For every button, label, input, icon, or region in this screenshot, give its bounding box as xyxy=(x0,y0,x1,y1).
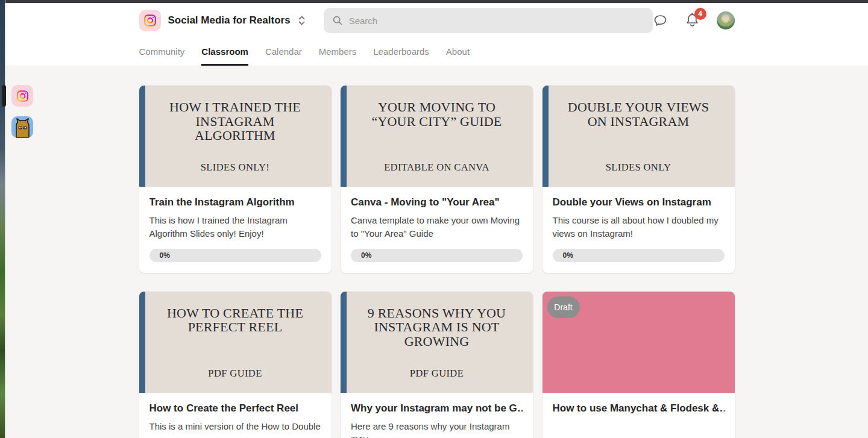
course-title: How to Create the Perfect Reel xyxy=(149,402,321,415)
draft-badge: Draft xyxy=(547,296,580,318)
course-cover: 9 REASONS WHY YOU INSTAGRAM IS NOT GROWI… xyxy=(341,292,533,393)
course-description: This is how I trained the Instagram Algo… xyxy=(149,214,321,240)
course-title: Double your Views on Instagram xyxy=(553,196,725,208)
course-description: This course is all about how I doubled m… xyxy=(553,214,725,240)
cover-subheading: SLIDES ONLY! xyxy=(139,161,332,174)
course-card[interactable]: 9 REASONS WHY YOU INSTAGRAM IS NOT GROWI… xyxy=(341,292,533,438)
course-description: This is a mini version of the How to Dou… xyxy=(149,420,321,433)
cover-subheading: SLIDES ONLY xyxy=(542,161,735,174)
cover-heading: YOUR MOVING TO “YOUR CITY” GUIDE xyxy=(341,86,533,128)
course-title: Train the Instagram Algorithm xyxy=(149,196,321,208)
course-cover: YOUR MOVING TO “YOUR CITY” GUIDE EDITABL… xyxy=(341,86,533,187)
progress-label: 0% xyxy=(149,251,170,260)
instagram-logo-icon xyxy=(143,14,157,27)
notifications-button[interactable]: 4 xyxy=(685,13,700,28)
progress-label: 0% xyxy=(351,251,371,260)
search-icon xyxy=(332,15,343,26)
progress-bar: 0% xyxy=(351,249,523,262)
cover-heading: HOW I TRAINED THE INSTAGRAM ALGORITHM xyxy=(139,86,332,143)
course-cover: Draft xyxy=(542,292,735,393)
course-card[interactable]: HOW I TRAINED THE INSTAGRAM ALGORITHM SL… xyxy=(139,86,332,273)
tab-about[interactable]: About xyxy=(446,38,470,66)
cover-heading: 9 REASONS WHY YOU INSTAGRAM IS NOT GROWI… xyxy=(341,292,533,349)
search-bar[interactable] xyxy=(324,8,653,33)
course-title: Why your Instagram may not be G… xyxy=(351,402,523,415)
cover-subheading: EDITABLE ON CANVA xyxy=(341,161,533,174)
community-rail xyxy=(11,85,33,138)
messages-button[interactable] xyxy=(653,13,668,28)
tab-leaderboards[interactable]: Leaderboards xyxy=(373,38,429,66)
course-card[interactable]: YOUR MOVING TO “YOUR CITY” GUIDE EDITABL… xyxy=(341,86,533,273)
community-switcher-caret-icon[interactable] xyxy=(298,14,306,27)
progress-label: 0% xyxy=(553,251,573,260)
user-avatar[interactable] xyxy=(717,11,735,30)
search-input[interactable] xyxy=(349,16,644,26)
main-content: HOW I TRAINED THE INSTAGRAM ALGORITHM SL… xyxy=(5,66,868,438)
app-window: Social Media for Realtors xyxy=(5,0,868,438)
tab-community[interactable]: Community xyxy=(139,38,185,66)
tab-classroom[interactable]: Classroom xyxy=(201,38,248,66)
sidebar-item-cat-community[interactable] xyxy=(11,116,33,138)
tab-calendar[interactable]: Calendar xyxy=(265,38,302,66)
community-logo[interactable] xyxy=(139,10,161,31)
course-cover: DOUBLE YOUR VIEWS ON INSTAGRAM SLIDES ON… xyxy=(542,86,735,187)
course-cover: HOW I TRAINED THE INSTAGRAM ALGORITHM SL… xyxy=(139,86,332,187)
course-title: Canva - Moving to "Your Area" xyxy=(351,196,523,208)
sidebar-item-instagram-community[interactable] xyxy=(11,85,33,107)
instagram-icon xyxy=(16,90,29,102)
course-card[interactable]: DOUBLE YOUR VIEWS ON INSTAGRAM SLIDES ON… xyxy=(542,86,735,273)
cover-heading: HOW TO CREATE THE PERFECT REEL xyxy=(139,292,332,334)
course-title: How to use Manychat & Flodesk &… xyxy=(553,402,725,415)
chat-bubble-icon xyxy=(653,13,668,28)
community-name: Social Media for Realtors xyxy=(168,14,291,27)
course-grid: HOW I TRAINED THE INSTAGRAM ALGORITHM SL… xyxy=(139,66,735,438)
course-description: Canva template to make your own Moving t… xyxy=(351,214,523,240)
tab-members[interactable]: Members xyxy=(319,38,357,66)
nav-tabs: Community Classroom Calendar Members Lea… xyxy=(139,38,735,66)
course-description: Here are 9 reasons why your Instagram ma… xyxy=(351,420,523,438)
active-community-indicator xyxy=(2,85,6,107)
header: Social Media for Realtors xyxy=(5,3,868,66)
course-cover: HOW TO CREATE THE PERFECT REEL PDF GUIDE xyxy=(139,292,332,393)
topbar: Social Media for Realtors xyxy=(139,3,735,38)
notification-count-badge: 4 xyxy=(694,8,706,20)
desktop-background-sliver xyxy=(0,0,5,438)
cat-icon xyxy=(11,116,33,138)
cover-subheading: PDF GUIDE xyxy=(139,368,332,380)
course-card[interactable]: Draft How to use Manychat & Flodesk &… xyxy=(542,292,735,438)
course-card[interactable]: HOW TO CREATE THE PERFECT REEL PDF GUIDE… xyxy=(139,292,332,438)
cover-heading: DOUBLE YOUR VIEWS ON INSTAGRAM xyxy=(542,86,735,128)
cover-subheading: PDF GUIDE xyxy=(341,368,533,380)
progress-bar: 0% xyxy=(553,249,725,262)
progress-bar: 0% xyxy=(149,249,321,262)
